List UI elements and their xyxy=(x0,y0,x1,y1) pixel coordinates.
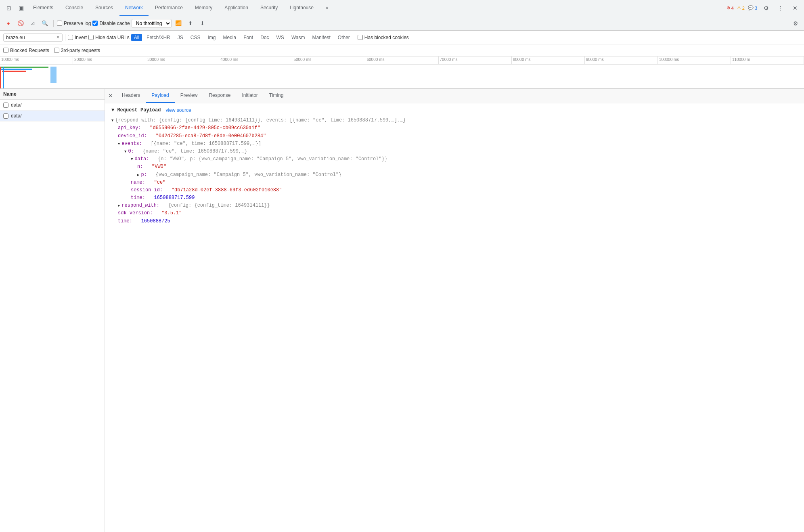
filter-ws[interactable]: WS xyxy=(274,34,287,41)
data-summary: {n: "VWO", p: {vwo_campaign_name: "Campa… xyxy=(158,156,387,162)
filter-wasm[interactable]: Wasm xyxy=(289,34,308,41)
filter-css[interactable]: CSS xyxy=(188,34,203,41)
view-source-link[interactable]: view source xyxy=(165,107,191,114)
payload-header: ▼ Request Payload view source xyxy=(111,107,798,114)
p-summary: {vwo_campaign_name: "Campaign 5", vwo_va… xyxy=(155,172,341,178)
list-item-1[interactable]: data/ xyxy=(0,111,105,121)
tab-performance[interactable]: Performance xyxy=(149,0,188,16)
search-button[interactable]: 🔍 xyxy=(40,18,50,29)
tab-elements[interactable]: Elements xyxy=(27,0,59,16)
search-input[interactable] xyxy=(6,35,54,40)
respond-with-row: respond_with: {config: {config_time: 164… xyxy=(111,202,798,209)
network-settings-icon[interactable]: ⚙ xyxy=(790,18,801,29)
tick-8: 90000 ms xyxy=(585,57,658,64)
clear-search-button[interactable]: ✕ xyxy=(56,35,60,40)
tab-application[interactable]: Application xyxy=(219,0,254,16)
filter-other[interactable]: Other xyxy=(335,34,353,41)
name-value: "ce" xyxy=(154,180,166,185)
timeline-bars xyxy=(0,65,804,88)
wifi-icon[interactable]: 📶 xyxy=(173,18,184,29)
close-icon[interactable]: ✕ xyxy=(789,2,801,14)
list-item-0[interactable]: data/ xyxy=(0,100,105,111)
has-blocked-cookies-checkbox[interactable] xyxy=(358,35,363,40)
settings-icon[interactable]: ⚙ xyxy=(760,2,772,14)
name-panel: Name data/ data/ xyxy=(0,89,105,532)
filter-doc[interactable]: Doc xyxy=(258,34,272,41)
data-toggle[interactable] xyxy=(131,156,134,162)
respond-with-toggle[interactable] xyxy=(118,203,121,208)
hide-data-urls-checkbox[interactable] xyxy=(88,35,94,40)
sdk-version-label: sdk_version: xyxy=(118,210,153,216)
download-icon[interactable]: ⬇ xyxy=(197,18,208,29)
filter-media[interactable]: Media xyxy=(220,34,239,41)
clear-button[interactable]: 🚫 xyxy=(15,18,26,29)
filter-manifest[interactable]: Manifest xyxy=(309,34,333,41)
payload-content: ▼ Request Payload view source {respond_w… xyxy=(105,103,804,532)
third-party-requests-label[interactable]: 3rd-party requests xyxy=(54,48,100,53)
timeline-bar-green xyxy=(0,67,48,68)
has-blocked-cookies-label[interactable]: Has blocked cookies xyxy=(358,35,409,40)
tab-memory[interactable]: Memory xyxy=(189,0,218,16)
disable-cache-checkbox[interactable] xyxy=(92,21,98,26)
event-0-label: 0: xyxy=(128,149,134,154)
record-button[interactable]: ● xyxy=(3,18,14,29)
close-detail-button[interactable]: ✕ xyxy=(105,89,116,103)
devtools-nav: ⊡ ▣ Elements Console Sources Network Per… xyxy=(0,0,804,16)
hide-data-urls-label[interactable]: Hide data URLs xyxy=(88,35,130,40)
main-split: Name data/ data/ ✕ Headers Payload Previ… xyxy=(0,89,804,532)
events-toggle[interactable] xyxy=(118,141,121,147)
tick-2: 30000 ms xyxy=(146,57,219,64)
throttle-select[interactable]: No throttlingFast 3GSlow 3GOffline xyxy=(132,19,172,28)
tab-timing[interactable]: Timing xyxy=(264,89,289,103)
tick-4: 50000 ms xyxy=(292,57,365,64)
preserve-log-label[interactable]: Preserve log xyxy=(57,21,91,26)
search-box: ✕ xyxy=(3,34,63,42)
tab-initiator[interactable]: Initiator xyxy=(236,89,263,103)
root-toggle[interactable] xyxy=(111,117,115,123)
item-checkbox-1[interactable] xyxy=(3,113,8,119)
filter-fetch-xhr[interactable]: Fetch/XHR xyxy=(144,34,173,41)
dock-icon[interactable]: ⊡ xyxy=(3,2,15,14)
filter-js[interactable]: JS xyxy=(175,34,186,41)
more-options-icon[interactable]: ⋮ xyxy=(775,2,786,14)
tab-more[interactable]: » xyxy=(320,0,334,16)
item-checkbox-0[interactable] xyxy=(3,103,8,108)
filter-icon[interactable]: ⊿ xyxy=(27,18,38,29)
blocked-requests-checkbox[interactable] xyxy=(3,48,8,53)
device-id-row: device_id: "042d7285-eca8-7d8f-e8de-0e00… xyxy=(111,132,798,140)
device-id-label: device_id: xyxy=(118,133,147,139)
message-number: 3 xyxy=(755,6,757,10)
name-label: name: xyxy=(131,180,145,185)
dock-side-icon[interactable]: ▣ xyxy=(15,2,27,14)
filter-font[interactable]: Font xyxy=(241,34,256,41)
session-id-row: session_id: "db71a28d-02ef-3888-69f3-ed6… xyxy=(111,186,798,194)
third-party-checkbox[interactable] xyxy=(54,48,59,53)
filter-all[interactable]: All xyxy=(131,34,142,41)
tab-headers[interactable]: Headers xyxy=(116,89,146,103)
tab-console[interactable]: Console xyxy=(60,0,89,16)
warning-count: ⚠ 2 xyxy=(737,5,745,10)
tab-sources[interactable]: Sources xyxy=(90,0,119,16)
n-label: n: xyxy=(137,164,143,170)
tab-security[interactable]: Security xyxy=(255,0,283,16)
p-toggle[interactable] xyxy=(137,172,141,178)
blocked-requests-label[interactable]: Blocked Requests xyxy=(3,48,49,53)
preserve-log-checkbox[interactable] xyxy=(57,21,62,26)
filter-bar: ✕ Invert Hide data URLs All Fetch/XHR JS… xyxy=(0,31,804,44)
tab-payload[interactable]: Payload xyxy=(146,89,174,103)
tab-network[interactable]: Network xyxy=(119,0,149,16)
disable-cache-label[interactable]: Disable cache xyxy=(92,21,130,26)
invert-checkbox[interactable] xyxy=(68,35,73,40)
upload-icon[interactable]: ⬆ xyxy=(185,18,196,29)
events-row: events: [{name: "ce", time: 1650888717.5… xyxy=(111,140,798,148)
events-summary: [{name: "ce", time: 1650888717.599,…}] xyxy=(151,141,261,147)
message-count: 💬 3 xyxy=(748,5,757,10)
event-0-toggle[interactable] xyxy=(124,149,128,154)
tab-preview[interactable]: Preview xyxy=(175,89,203,103)
filter-img[interactable]: Img xyxy=(205,34,218,41)
tab-response[interactable]: Response xyxy=(203,89,236,103)
error-count: ⊗ 4 xyxy=(727,5,734,10)
invert-label[interactable]: Invert xyxy=(68,35,87,40)
root-summary: {respond_with: {config: {config_time: 16… xyxy=(115,117,406,123)
tab-lighthouse[interactable]: Lighthouse xyxy=(284,0,319,16)
